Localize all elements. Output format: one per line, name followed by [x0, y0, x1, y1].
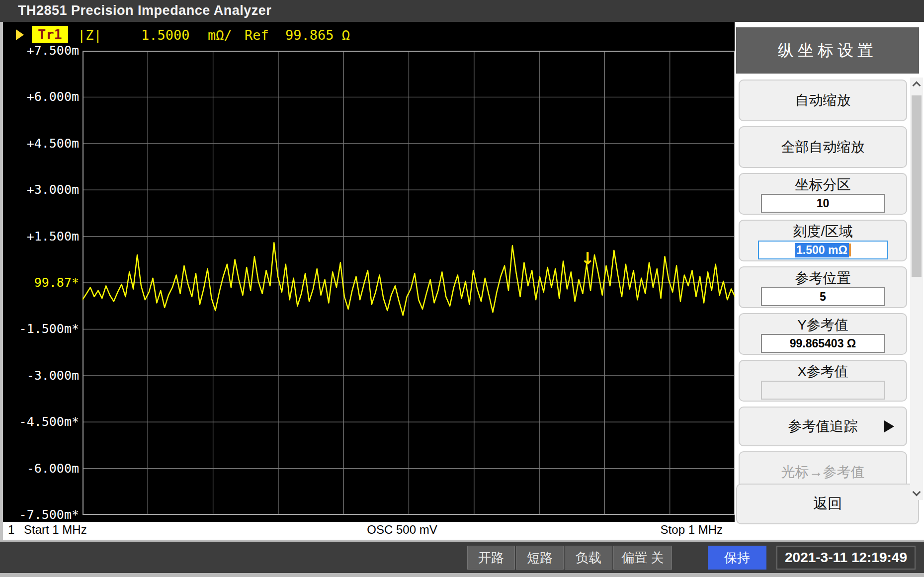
short-correction-button[interactable]: 短路 — [516, 546, 564, 570]
y-tick-label: -6.000m — [27, 461, 79, 476]
x-axis-strip: 1 Start 1 MHz OSC 500 mV Stop 1 MHz — [3, 522, 735, 540]
submenu-arrow-icon — [884, 420, 894, 432]
y-ref-group: Y参考值 99.865403 Ω — [739, 313, 907, 355]
ref-position-label: 参考位置 — [795, 270, 851, 286]
y-axis-tick-labels: +7.500m+6.000m+4.500m+3.000m+1.500m99.87… — [3, 51, 80, 515]
trace-scale-unit: mΩ/ — [208, 27, 232, 43]
scale-per-div-group: 刻度/区域 1.500 mΩ — [739, 220, 907, 261]
sidebar-header: 纵坐标设置 — [736, 27, 919, 74]
y-tick-label: +6.000m — [27, 89, 79, 104]
trace-badge[interactable]: Tr1 — [32, 26, 68, 43]
hold-button-active[interactable]: 保持 — [708, 546, 766, 570]
scroll-down-button[interactable] — [910, 489, 923, 499]
y-tick-label: -3.000m — [27, 368, 79, 383]
divisions-input[interactable]: 10 — [761, 194, 885, 213]
trace-parameter: |Z| — [78, 27, 102, 43]
channel-indicator: 1 — [8, 523, 14, 537]
scrollbar-thumb[interactable] — [912, 95, 922, 277]
y-tick-label: -4.500m* — [19, 414, 79, 429]
trace-ref-label: Ref — [245, 27, 269, 43]
trace-ref-value: 99.865 Ω — [285, 27, 350, 43]
y-tick-label: +3.000m — [27, 182, 79, 197]
ref-position-input[interactable]: 5 — [761, 287, 885, 306]
trace-plot — [83, 51, 735, 515]
settings-sidebar: 纵坐标设置 自动缩放 全部自动缩放 坐标分区 10 刻度/区域 1.500 mΩ… — [735, 22, 924, 540]
sweep-stop-label: Stop 1 MHz — [661, 523, 723, 537]
open-correction-button[interactable]: 开路 — [467, 546, 515, 570]
y-tick-label: -1.500m* — [19, 322, 79, 336]
scale-per-div-label: 刻度/区域 — [793, 224, 853, 240]
sidebar-scrollbar[interactable] — [910, 78, 923, 500]
marker-down-arrow-icon[interactable]: ↓ — [581, 250, 595, 267]
divisions-group: 坐标分区 10 — [739, 173, 907, 215]
window-title: TH2851 Precision Impedance Analyzer — [18, 3, 271, 18]
cursor-to-ref-label: 光标→参考值 — [781, 463, 865, 482]
load-correction-button[interactable]: 负载 — [565, 546, 612, 570]
chevron-down-icon — [913, 488, 921, 496]
plot-area: ↓ — [83, 51, 735, 515]
y-ref-input[interactable]: 99.865403 Ω — [761, 334, 885, 353]
ref-tracking-button[interactable]: 参考值追踪 — [739, 407, 907, 446]
y-tick-label: +7.500m — [27, 43, 79, 58]
chevron-up-icon — [913, 82, 921, 90]
divisions-label: 坐标分区 — [795, 177, 851, 193]
title-bar: TH2851 Precision Impedance Analyzer — [0, 0, 924, 22]
sweep-start-label: Start 1 MHz — [24, 523, 87, 537]
bottom-toolbar: 开路 短路 负载 偏置 关 保持 2021-3-11 12:19:49 — [0, 540, 924, 577]
clock-display: 2021-3-11 12:19:49 — [776, 546, 916, 570]
y-tick-label: -7.500m* — [19, 507, 79, 522]
ref-position-group: 参考位置 5 — [739, 266, 907, 308]
y-tick-label: +4.500m — [27, 136, 79, 151]
active-trace-arrow-icon — [16, 29, 24, 40]
scale-per-div-input[interactable]: 1.500 mΩ — [758, 241, 888, 259]
app-window: TH2851 Precision Impedance Analyzer Tr1 … — [0, 0, 924, 577]
ref-tracking-label: 参考值追踪 — [788, 417, 858, 436]
y-ref-label: Y参考值 — [797, 317, 848, 333]
x-ref-label: X参考值 — [797, 364, 848, 380]
bias-toggle-button[interactable]: 偏置 关 — [613, 546, 672, 570]
sidebar-button-list: 自动缩放 全部自动缩放 坐标分区 10 刻度/区域 1.500 mΩ 参考位置 … — [739, 80, 907, 498]
scroll-up-button[interactable] — [910, 80, 923, 89]
y-tick-label: +1.500m — [27, 229, 79, 244]
return-button[interactable]: 返回 — [736, 484, 919, 524]
autoscale-button[interactable]: 自动缩放 — [739, 80, 907, 121]
autoscale-all-button[interactable]: 全部自动缩放 — [739, 126, 907, 168]
x-ref-group: X参考值 — [739, 360, 907, 402]
osc-level-label: OSC 500 mV — [367, 523, 437, 537]
trace-info-bar: Tr1 |Z| 1.5000 mΩ/ Ref 99.865 Ω — [3, 24, 735, 47]
chart-panel: Tr1 |Z| 1.5000 mΩ/ Ref 99.865 Ω +7.500m+… — [0, 22, 735, 540]
text-caret — [849, 244, 851, 256]
y-tick-label: 99.87* — [34, 275, 79, 290]
selected-input-text: 1.500 mΩ — [795, 243, 849, 257]
trace-scale-value: 1.5000 — [141, 27, 190, 43]
x-ref-input[interactable] — [761, 381, 885, 400]
